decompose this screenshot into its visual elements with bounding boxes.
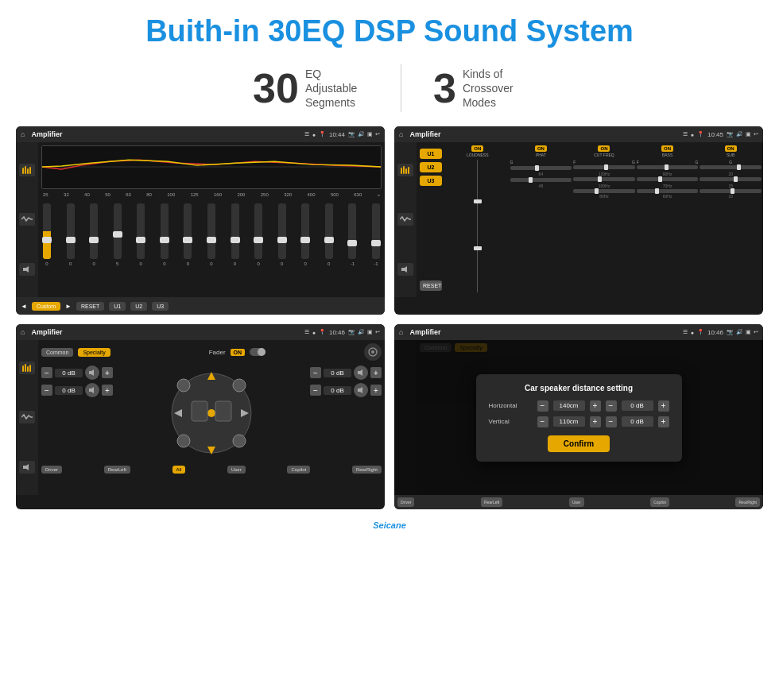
vol-minus-4[interactable]: − (310, 385, 321, 396)
dialog-user-btn[interactable]: User (569, 497, 584, 507)
slider-thumb-15[interactable] (371, 240, 381, 246)
slider-track-7[interactable] (184, 203, 192, 259)
confirm-button[interactable]: Confirm (548, 435, 610, 452)
rearright-btn[interactable]: RearRight (352, 466, 382, 474)
slider-track-14[interactable] (348, 203, 356, 259)
reset-btn-2[interactable]: RESET (420, 280, 442, 291)
slider-track-5[interactable] (137, 203, 145, 259)
cutfreq-slider-1[interactable] (573, 165, 635, 169)
slider-thumb-9[interactable] (231, 237, 240, 243)
slider-track-9[interactable] (231, 203, 239, 259)
slider-track-6[interactable] (161, 203, 169, 259)
cutfreq-thumb-1[interactable] (604, 164, 608, 170)
user-btn[interactable]: User (227, 466, 246, 474)
dialog-rearleft-btn[interactable]: RearLeft (481, 497, 502, 507)
slider-track-10[interactable] (254, 203, 262, 259)
eq-icon-2[interactable] (397, 164, 413, 176)
home-icon-3[interactable]: ⌂ (21, 328, 25, 336)
dialog-horiz-plus[interactable]: + (590, 400, 601, 412)
loudness-thumb-2[interactable] (474, 246, 482, 250)
vol-down-icon-3[interactable] (19, 461, 35, 474)
settings-icon-3[interactable] (364, 343, 382, 361)
slider-track-1[interactable] (43, 203, 51, 259)
ch-cutfreq-on[interactable]: ON (598, 145, 610, 152)
sub-slider-3[interactable] (700, 189, 762, 193)
loudness-thumb-1[interactable] (474, 199, 482, 203)
phat-thumb-2[interactable] (529, 177, 533, 183)
prev-btn[interactable]: ◄ (21, 303, 27, 310)
home-icon-2[interactable]: ⌂ (399, 130, 403, 138)
u3-btn[interactable]: U3 (152, 302, 169, 311)
slider-track-3[interactable] (90, 203, 98, 259)
back-icon-1[interactable]: ↩ (375, 131, 380, 137)
dialog-vert-minus[interactable]: − (537, 416, 548, 427)
slider-thumb-6[interactable] (160, 237, 169, 243)
ch-bass-on[interactable]: ON (661, 145, 673, 152)
dialog-copilot-btn[interactable]: Copilot (650, 497, 669, 507)
vol-minus-2[interactable]: − (41, 385, 52, 396)
ch-sub-on[interactable]: ON (725, 145, 737, 152)
eq-icon-1[interactable] (19, 164, 35, 176)
home-icon-4[interactable]: ⌂ (399, 328, 403, 336)
bass-thumb-3[interactable] (655, 188, 659, 194)
bass-slider-3[interactable] (637, 189, 699, 193)
slider-thumb-1[interactable] (42, 237, 52, 243)
reset-btn[interactable]: RESET (76, 302, 104, 311)
slider-thumb-7[interactable] (183, 237, 192, 243)
phat-slider-2[interactable] (510, 178, 572, 182)
rearleft-btn[interactable]: RearLeft (104, 466, 130, 474)
wave-icon-2[interactable] (397, 213, 413, 226)
slider-thumb-4[interactable] (113, 231, 122, 238)
fader-toggle[interactable]: ON (231, 349, 246, 356)
vol-plus-4[interactable]: + (370, 385, 382, 396)
dialog-vert-db-minus[interactable]: − (606, 416, 617, 427)
slider-thumb-14[interactable] (347, 240, 357, 246)
vol-minus-3[interactable]: − (310, 367, 321, 378)
dialog-driver-btn[interactable]: Driver (397, 497, 414, 507)
bass-thumb-1[interactable] (665, 164, 669, 170)
vol-down-icon-1[interactable] (19, 263, 35, 276)
driver-btn[interactable]: Driver (41, 466, 62, 474)
vol-plus-1[interactable]: + (102, 367, 113, 378)
expand-icon[interactable]: » (378, 192, 380, 197)
slider-thumb-12[interactable] (300, 237, 310, 243)
slider-thumb-13[interactable] (324, 237, 334, 243)
vol-down-icon-2[interactable] (397, 263, 413, 276)
custom-btn[interactable]: Custom (32, 302, 60, 311)
slider-track-2[interactable] (67, 203, 75, 259)
bass-slider-2[interactable] (637, 177, 699, 181)
slider-thumb-2[interactable] (66, 237, 76, 243)
slider-track-8[interactable] (207, 203, 215, 259)
slider-track-11[interactable] (278, 203, 286, 259)
dialog-vert-db-plus[interactable]: + (658, 416, 669, 427)
phat-thumb-1[interactable] (535, 165, 539, 171)
vol-minus-1[interactable]: − (41, 367, 52, 378)
eq-icon-3[interactable] (19, 362, 35, 374)
slider-thumb-8[interactable] (207, 237, 216, 243)
bass-thumb-2[interactable] (658, 176, 662, 182)
fader-slider[interactable] (250, 348, 265, 356)
ch-phat-on[interactable]: ON (535, 145, 547, 152)
slider-thumb-10[interactable] (254, 237, 263, 243)
dialog-horiz-db-minus[interactable]: − (606, 400, 617, 412)
home-icon-1[interactable]: ⌂ (21, 130, 25, 138)
u2-btn[interactable]: U2 (130, 302, 147, 311)
back-icon-3[interactable]: ↩ (375, 329, 380, 335)
preset-u3[interactable]: U3 (420, 176, 442, 186)
preset-u1[interactable]: U1 (420, 149, 442, 159)
dialog-rearright-btn[interactable]: RearRight (735, 497, 760, 507)
dialog-horiz-db-plus[interactable]: + (658, 400, 669, 412)
common-mode-btn[interactable]: Common (41, 348, 73, 357)
wave-icon-3[interactable] (19, 411, 35, 423)
slider-track-12[interactable] (301, 203, 309, 259)
ch-loudness-on[interactable]: ON (471, 145, 483, 152)
sub-thumb-3[interactable] (731, 188, 734, 194)
preset-u2[interactable]: U2 (420, 162, 442, 172)
copilot-btn[interactable]: Copilot (287, 466, 310, 474)
phat-slider-1[interactable] (510, 166, 572, 170)
vol-plus-2[interactable]: + (102, 385, 113, 396)
dialog-vert-plus[interactable]: + (590, 416, 601, 427)
slider-thumb-5[interactable] (136, 237, 145, 243)
slider-track-4[interactable] (114, 203, 122, 259)
fader-slider-thumb[interactable] (258, 348, 265, 356)
